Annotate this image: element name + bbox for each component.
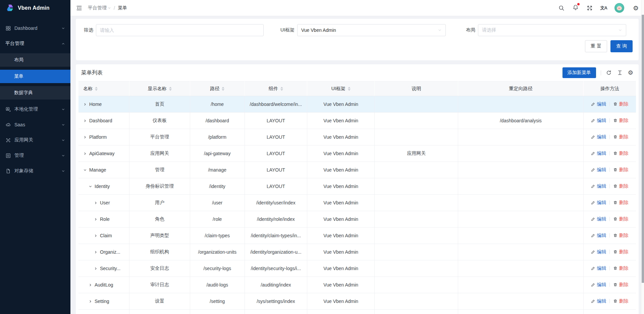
- search-icon[interactable]: [558, 5, 565, 11]
- ui-framework-select[interactable]: Vue Vben Admin: [297, 24, 446, 36]
- tree-expand-icon[interactable]: [83, 135, 87, 139]
- sort-icon[interactable]: [222, 87, 224, 91]
- sidebar-item-gateway[interactable]: 应用网关: [0, 133, 70, 147]
- edit-button[interactable]: 编辑: [591, 233, 606, 239]
- table-row[interactable]: User用户/user/identity/user/indexVue Vben …: [78, 195, 636, 211]
- menu-table: 名称显示名称路径组件UI框架说明重定向路径操作方法 Home首页/home/da…: [78, 81, 636, 314]
- delete-button[interactable]: 删除: [613, 134, 628, 140]
- delete-button[interactable]: 删除: [613, 167, 628, 173]
- query-button[interactable]: 查询: [610, 40, 633, 52]
- logo[interactable]: Vben Admin: [0, 0, 70, 16]
- column-settings-gear-icon[interactable]: ⚙: [628, 69, 633, 76]
- notification-button[interactable]: [572, 4, 579, 12]
- delete-button[interactable]: 删除: [613, 183, 628, 189]
- tree-expand-icon[interactable]: [83, 152, 87, 155]
- sidebar-item-platform[interactable]: 平台管理: [0, 37, 70, 50]
- language-icon[interactable]: 文A: [600, 5, 607, 11]
- delete-button[interactable]: 删除: [613, 200, 628, 206]
- scrollbar-thumb[interactable]: [642, 15, 644, 283]
- column-header-名称[interactable]: 名称: [78, 81, 129, 96]
- delete-button[interactable]: 删除: [613, 298, 628, 304]
- tree-expand-icon[interactable]: [94, 250, 98, 254]
- collapse-sidebar-icon[interactable]: [76, 5, 83, 11]
- table-row[interactable]: AuditLog审计日志/audit-logs/auditing/indexVu…: [78, 277, 636, 293]
- edit-button[interactable]: 编辑: [591, 167, 606, 173]
- edit-button[interactable]: 编辑: [591, 183, 606, 189]
- cell-empty: [307, 310, 375, 314]
- column-label: 显示名称: [148, 86, 167, 92]
- delete-button[interactable]: 删除: [613, 249, 628, 255]
- delete-button[interactable]: 删除: [613, 118, 628, 124]
- tree-expand-icon[interactable]: [94, 217, 98, 221]
- edit-button[interactable]: 编辑: [591, 200, 606, 206]
- edit-button[interactable]: 编辑: [591, 101, 606, 107]
- table-row[interactable]: Platform平台管理/platformLAYOUTVue Vben Admi…: [78, 129, 636, 145]
- delete-button[interactable]: 删除: [613, 282, 628, 288]
- filter-input[interactable]: [96, 24, 264, 36]
- table-row[interactable]: Organiz...组织机构/organization-units/identi…: [78, 244, 636, 260]
- delete-button[interactable]: 删除: [613, 265, 628, 271]
- table-row[interactable]: Claim声明类型/claim-types/identity/claim-typ…: [78, 228, 636, 244]
- edit-button-label: 编辑: [597, 265, 606, 271]
- sidebar-item-dashboard[interactable]: Dashboard: [0, 21, 70, 35]
- sidebar-item-storage[interactable]: 对象存储: [0, 164, 70, 178]
- delete-button[interactable]: 删除: [613, 216, 628, 222]
- breadcrumb-current[interactable]: 菜单: [118, 5, 127, 11]
- edit-button[interactable]: 编辑: [591, 265, 606, 271]
- tree-expand-icon[interactable]: [94, 234, 98, 238]
- settings-gear-icon[interactable]: ⚙: [633, 5, 639, 11]
- edit-button[interactable]: 编辑: [591, 118, 606, 124]
- edit-button[interactable]: 编辑: [591, 216, 606, 222]
- sort-icon[interactable]: [169, 87, 172, 91]
- delete-button[interactable]: 删除: [613, 150, 628, 156]
- sort-icon[interactable]: [348, 87, 351, 91]
- column-header-组件[interactable]: 组件: [245, 81, 307, 96]
- sidebar-subitem-dict[interactable]: 数据字典: [0, 86, 70, 100]
- edit-button[interactable]: 编辑: [591, 282, 606, 288]
- edit-button[interactable]: 编辑: [591, 249, 606, 255]
- delete-button[interactable]: 删除: [613, 101, 628, 107]
- column-header-ui框架[interactable]: UI框架: [307, 81, 375, 96]
- column-header-操作方法: 操作方法: [583, 81, 636, 96]
- fullscreen-icon[interactable]: [586, 5, 593, 11]
- row-height-icon[interactable]: [617, 70, 623, 76]
- sort-icon[interactable]: [95, 87, 98, 91]
- tree-expand-icon[interactable]: [89, 283, 92, 287]
- sidebar-subitem-menu[interactable]: 菜单: [0, 70, 70, 83]
- column-header-路径[interactable]: 路径: [190, 81, 245, 96]
- sidebar-item-localization[interactable]: 本地化管理: [0, 103, 70, 116]
- cell-display-name: 平台管理: [129, 129, 190, 145]
- breadcrumb-root[interactable]: 平台管理: [88, 5, 111, 11]
- table-row[interactable]: Dashboard仪表板/dashboardLAYOUTVue Vben Adm…: [78, 113, 636, 129]
- edit-button[interactable]: 编辑: [591, 298, 606, 304]
- edit-button[interactable]: 编辑: [591, 134, 606, 140]
- table-row[interactable]: Identity身份标识管理/identityLAYOUTVue Vben Ad…: [78, 178, 636, 195]
- tree-expand-icon[interactable]: [94, 267, 98, 270]
- refresh-icon[interactable]: [606, 70, 612, 76]
- tree-expand-icon[interactable]: [94, 201, 98, 205]
- table-row[interactable]: ApiGateway应用网关/api-gatewayLAYOUTVue Vben…: [78, 145, 636, 162]
- tree-collapse-icon[interactable]: [83, 168, 87, 172]
- sort-icon[interactable]: [280, 87, 283, 91]
- column-header-显示名称[interactable]: 显示名称: [129, 81, 190, 96]
- sidebar-subitem-layout[interactable]: 布局: [0, 53, 70, 67]
- tree-expand-icon[interactable]: [83, 119, 87, 123]
- sidebar-item-saas[interactable]: Saas: [0, 118, 70, 131]
- table-row[interactable]: Manage管理/manageLAYOUTVue Vben Admin编辑删除: [78, 162, 636, 178]
- tree-collapse-icon[interactable]: [89, 185, 92, 188]
- table-row[interactable]: Setting设置/setting/sys/settings/indexVue …: [78, 293, 636, 310]
- delete-button[interactable]: 删除: [613, 233, 628, 239]
- menu-name: Home: [89, 102, 102, 107]
- table-row[interactable]: Security...安全日志/security-logs/identity/s…: [78, 260, 636, 277]
- reset-button[interactable]: 重置: [585, 40, 607, 52]
- layout-select[interactable]: 请选择: [478, 24, 626, 36]
- tree-expand-icon[interactable]: [89, 300, 92, 303]
- avatar[interactable]: [614, 3, 624, 13]
- edit-button[interactable]: 编辑: [591, 150, 606, 156]
- table-row[interactable]: [78, 310, 636, 314]
- sidebar-item-manage[interactable]: 管理: [0, 149, 70, 162]
- add-menu-button[interactable]: 添加新菜单: [562, 67, 596, 78]
- tree-expand-icon[interactable]: [83, 103, 87, 106]
- table-row[interactable]: Role角色/role/identity/role/indexVue Vben …: [78, 211, 636, 228]
- table-row[interactable]: Home首页/home/dashboard/welcome/in...Vue V…: [78, 96, 636, 113]
